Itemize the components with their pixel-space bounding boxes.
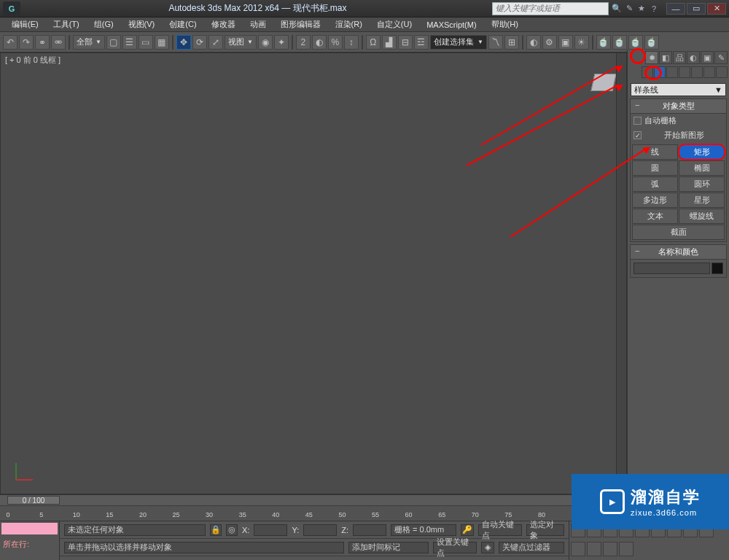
- schematic-icon[interactable]: ⊞: [504, 35, 519, 50]
- keyfilter-button[interactable]: 关键点过滤器: [499, 542, 564, 553]
- teapot-d-icon[interactable]: 🍵: [644, 35, 659, 50]
- link-icon[interactable]: ⚭: [35, 35, 50, 50]
- mirror-icon[interactable]: ▟: [382, 35, 397, 50]
- donut-button[interactable]: 圆环: [679, 176, 725, 192]
- isolate-icon[interactable]: ◎: [226, 524, 238, 536]
- helpers-cat-icon[interactable]: [691, 66, 703, 78]
- time-ruler[interactable]: 0 5 10 15 20 25 30 35 40 45 50 55 60 65 …: [0, 505, 627, 520]
- unlink-icon[interactable]: ⚮: [51, 35, 66, 50]
- setkey-big-icon[interactable]: ◈: [481, 542, 494, 553]
- menu-help[interactable]: 帮助(H): [484, 18, 526, 31]
- menu-grapheditors[interactable]: 图形编辑器: [273, 18, 328, 31]
- x-input[interactable]: [254, 524, 287, 536]
- startnew-button[interactable]: 开始新图形: [644, 129, 723, 141]
- menu-customize[interactable]: 自定义(U): [370, 18, 419, 31]
- menu-views[interactable]: 视图(V): [121, 18, 163, 31]
- pan-icon[interactable]: [587, 542, 601, 556]
- orbit-icon[interactable]: [603, 542, 617, 556]
- startnew-checkbox[interactable]: ✓: [634, 131, 642, 139]
- render-icon[interactable]: ☀: [574, 35, 589, 50]
- window-crossing-icon[interactable]: ▦: [155, 35, 169, 50]
- minimize-button[interactable]: —: [666, 3, 685, 15]
- material-editor-icon[interactable]: ◐: [526, 35, 541, 50]
- keysel-dropdown[interactable]: 选定对象: [526, 524, 564, 536]
- select-region-icon[interactable]: ▭: [139, 35, 153, 50]
- systems-cat-icon[interactable]: [716, 66, 728, 78]
- undo-icon[interactable]: ↶: [3, 35, 17, 50]
- teapot-a-icon[interactable]: 🍵: [596, 35, 611, 50]
- lights-cat-icon[interactable]: [666, 66, 678, 78]
- menu-edit[interactable]: 编辑(E): [4, 18, 46, 31]
- close-button[interactable]: ✕: [707, 3, 726, 15]
- star-icon[interactable]: ★: [636, 4, 647, 14]
- geometry-cat-icon[interactable]: [642, 66, 653, 78]
- helix-button[interactable]: 螺旋线: [679, 209, 725, 224]
- search-icon[interactable]: 🔍: [612, 4, 622, 14]
- menu-tools[interactable]: 工具(T): [46, 18, 87, 31]
- select-rotate-icon[interactable]: ⟳: [192, 35, 207, 50]
- restore-button[interactable]: ▭: [687, 3, 706, 15]
- ellipse-button[interactable]: 椭圆: [679, 160, 725, 176]
- selection-lock-icon[interactable]: Ω: [366, 35, 381, 50]
- shapes-category-dropdown[interactable]: 样条线▼: [631, 83, 726, 96]
- percent-snap-icon[interactable]: %: [328, 35, 343, 50]
- curve-editor-icon[interactable]: 〽: [488, 35, 503, 50]
- teapot-c-icon[interactable]: 🍵: [628, 35, 643, 50]
- layer-icon[interactable]: ☲: [414, 35, 429, 50]
- shapes-cat-icon[interactable]: [654, 66, 666, 78]
- menu-anim[interactable]: 动画: [243, 18, 273, 31]
- rollout-title-namecolor[interactable]: −名称和颜色: [631, 245, 726, 260]
- menu-modifiers[interactable]: 修改器: [204, 18, 243, 31]
- select-move-icon[interactable]: ✥: [176, 35, 191, 50]
- select-scale-icon[interactable]: ⤢: [208, 35, 223, 50]
- viewport-vscrollbar[interactable]: [616, 53, 626, 494]
- help-icon[interactable]: ?: [649, 4, 659, 14]
- angle-snap-icon[interactable]: ◐: [312, 35, 327, 50]
- text-button[interactable]: 文本: [632, 209, 678, 224]
- y-input[interactable]: [303, 524, 337, 536]
- redo-icon[interactable]: ↷: [19, 35, 34, 50]
- ref-coord-dropdown[interactable]: 视图▼: [225, 35, 257, 50]
- key-mode-icon[interactable]: 🔑: [461, 524, 474, 536]
- ngon-button[interactable]: 多边形: [632, 192, 678, 208]
- spinner-snap-icon[interactable]: ↕: [344, 35, 359, 50]
- motion-tab-icon[interactable]: ◐: [687, 51, 700, 64]
- viewport-label[interactable]: [ + 0 前 0 线框 ]: [5, 55, 61, 66]
- hierarchy-tab-icon[interactable]: 品: [673, 51, 686, 64]
- time-slider[interactable]: 0 / 100: [0, 495, 627, 505]
- script-rec-bar[interactable]: [1, 523, 58, 534]
- snap-toggle-icon[interactable]: 2: [296, 35, 311, 50]
- teapot-b-icon[interactable]: 🍵: [612, 35, 627, 50]
- menu-maxscript[interactable]: MAXScript(M): [419, 19, 483, 31]
- render-setup-icon[interactable]: ⚙: [542, 35, 557, 50]
- object-name-input[interactable]: [634, 262, 710, 274]
- section-button[interactable]: 截面: [632, 225, 725, 240]
- utilities-tab-icon[interactable]: ✎: [714, 51, 728, 64]
- object-color-swatch[interactable]: [712, 262, 723, 274]
- rollout-title-objtype[interactable]: −对象类型: [631, 99, 726, 114]
- autokey-button[interactable]: 自动关键点: [478, 524, 522, 536]
- lock-selection-icon[interactable]: 🔒: [210, 524, 222, 536]
- select-icon[interactable]: ▢: [106, 35, 121, 50]
- viewport-front[interactable]: [ + 0 前 0 线框 ]: [0, 52, 627, 494]
- help-search-input[interactable]: 键入关键字或短语: [492, 2, 609, 15]
- z-input[interactable]: [353, 524, 386, 536]
- named-selection-dropdown[interactable]: 创建选择集▼: [430, 35, 487, 50]
- menu-group[interactable]: 组(G): [87, 18, 121, 31]
- add-time-tag[interactable]: 添加时间标记: [348, 542, 429, 553]
- select-name-icon[interactable]: ☰: [122, 35, 137, 50]
- display-tab-icon[interactable]: ▣: [701, 51, 714, 64]
- modify-tab-icon[interactable]: ◧: [659, 51, 672, 64]
- arc-button[interactable]: 弧: [632, 176, 678, 192]
- menu-render[interactable]: 渲染(R): [328, 18, 370, 31]
- menu-create[interactable]: 创建(C): [162, 18, 203, 31]
- autogrid-checkbox[interactable]: [634, 117, 642, 125]
- manip-icon[interactable]: ✦: [274, 35, 289, 50]
- cameras-cat-icon[interactable]: [679, 66, 690, 78]
- fov-icon[interactable]: [571, 542, 585, 556]
- render-frame-icon[interactable]: ▣: [558, 35, 573, 50]
- align-icon[interactable]: ⊟: [398, 35, 413, 50]
- spacewarps-cat-icon[interactable]: [703, 66, 715, 78]
- viewcube-icon[interactable]: [590, 74, 616, 91]
- maximize-viewport-icon[interactable]: [619, 542, 634, 556]
